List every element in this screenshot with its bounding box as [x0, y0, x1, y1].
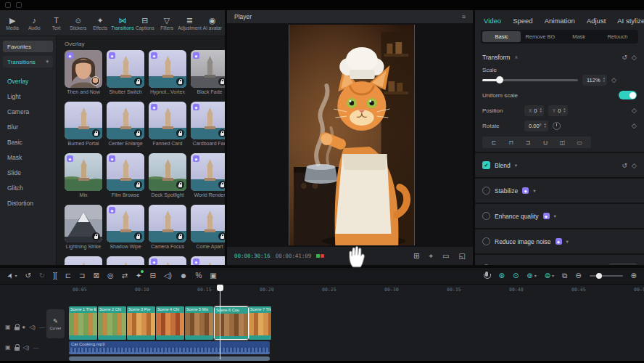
- uniform-scale-toggle[interactable]: [619, 91, 637, 99]
- transition-item-burned-portal[interactable]: Burned Portal: [65, 102, 102, 147]
- zoom-in-button[interactable]: ⊕: [631, 272, 637, 280]
- toolbar-item-stickers[interactable]: ☺Stickers: [67, 16, 89, 30]
- transition-item-mix[interactable]: ◆Mix: [65, 153, 102, 199]
- lock-icon[interactable]: [15, 344, 20, 351]
- record-voiceover-button[interactable]: [482, 272, 490, 280]
- transition-item-deck-spotlight[interactable]: Deck Spotlight: [149, 153, 186, 199]
- align-icon-4[interactable]: ⊔: [538, 139, 553, 146]
- window-icon-2[interactable]: [16, 2, 22, 8]
- align-icon-5[interactable]: ◫: [556, 139, 570, 146]
- transitions-category-button[interactable]: Transitions ▾: [3, 56, 53, 68]
- rotate-value-box[interactable]: 0.00° ▴▾: [524, 121, 548, 131]
- toolbar-item-adjustment[interactable]: ≣Adjustment: [178, 16, 202, 30]
- timeline-ruler[interactable]: 00:0500:1000:1500:2000:2500:3000:3500:40…: [0, 285, 644, 295]
- keyframe-icon[interactable]: ◇: [632, 162, 637, 169]
- focus-icon[interactable]: ⌖: [429, 253, 433, 260]
- video-clip-5[interactable]: Scene 5 Mix: [185, 306, 214, 340]
- player-menu-icon[interactable]: ≡: [462, 13, 466, 20]
- subtab-mask[interactable]: Mask: [560, 31, 598, 42]
- subtab-remove-bg[interactable]: Remove BG: [521, 31, 559, 42]
- sidebar-item-light[interactable]: Light: [3, 89, 53, 104]
- unchecked-checkbox[interactable]: [482, 212, 490, 220]
- transition-item[interactable]: ◆: [149, 256, 186, 265]
- captions-tool-button[interactable]: ⊟: [149, 272, 155, 280]
- transition-item-hypnot-vortex[interactable]: ◆Hypnot...Vortex: [149, 50, 186, 96]
- sidebar-item-overlay[interactable]: Overlay: [3, 73, 53, 89]
- audio-tool-button[interactable]: ◁): [164, 272, 172, 280]
- tab-ai-stylize[interactable]: AI stylize: [617, 17, 644, 25]
- ripple-toggle-button[interactable]: ⊜▾: [545, 272, 554, 280]
- row-optical-flow[interactable]: Optical flow◆▾Reset: [475, 258, 644, 265]
- sidebar-item-mask[interactable]: Mask: [3, 150, 53, 165]
- toolbar-item-filters[interactable]: ▽Filters: [156, 16, 178, 30]
- sidebar-item-camera[interactable]: Camera: [3, 104, 53, 119]
- row-blend[interactable]: ✔Blend▾↺◇: [475, 157, 644, 174]
- transition-item-fanned-card[interactable]: ◆Fanned Card: [149, 102, 186, 147]
- rotate-stepper-icon[interactable]: ▴▾: [545, 123, 546, 129]
- position-y-stepper-icon[interactable]: ▴▾: [564, 107, 565, 113]
- zoom-out-button[interactable]: ⊖: [575, 272, 581, 280]
- reset-button[interactable]: Reset: [609, 263, 637, 265]
- transition-item-shadow-wipe[interactable]: ◆Shadow Wipe: [107, 205, 144, 250]
- transition-item-lightning-strike[interactable]: Lightning Strike: [65, 205, 102, 250]
- position-keyframe-icon[interactable]: ◇: [632, 107, 637, 114]
- lock-icon[interactable]: [15, 324, 19, 330]
- unchecked-checkbox[interactable]: [482, 264, 490, 265]
- sidebar-item-basic[interactable]: Basic: [3, 134, 53, 150]
- scale-slider-thumb[interactable]: [496, 76, 503, 83]
- player-viewport[interactable]: [227, 23, 473, 247]
- ratio-icon[interactable]: ▭: [442, 253, 449, 260]
- transition-item[interactable]: [107, 256, 144, 265]
- align-icon-2[interactable]: ⊓: [504, 139, 519, 146]
- subtab-retouch[interactable]: Retouch: [598, 31, 637, 42]
- magic-tools-button[interactable]: ✦: [136, 272, 141, 280]
- video-clip-4[interactable]: Scene 4 Chi: [156, 306, 185, 340]
- scale-value-box[interactable]: 112% ▴▾: [582, 75, 607, 86]
- video-clip-2[interactable]: Scene 2 Chi: [98, 306, 127, 340]
- mute-track-icon[interactable]: ◁): [23, 344, 30, 351]
- zoom-slider[interactable]: [590, 275, 623, 277]
- transition-item-film-browse[interactable]: ◆Film Browse: [107, 153, 144, 199]
- toolbar-item-audio[interactable]: ♪Audio: [23, 16, 45, 30]
- beat-tool-button[interactable]: %: [195, 272, 202, 280]
- sidebar-item-glitch[interactable]: Glitch: [3, 180, 53, 195]
- row-reduce-image-noise[interactable]: Reduce image noise◆▾: [475, 233, 644, 250]
- sidebar-item-slide[interactable]: Slide: [3, 165, 53, 180]
- subtab-basic[interactable]: Basic: [482, 31, 521, 42]
- toolbar-item-ai-avatar[interactable]: ◉AI avatar: [202, 16, 223, 30]
- scale-stepper-icon[interactable]: ▴▾: [603, 77, 605, 83]
- video-clip-3[interactable]: Scene 3 Pre: [127, 306, 156, 340]
- mute-track-icon[interactable]: ◁): [29, 324, 36, 330]
- scale-keyframe-icon[interactable]: ◇: [611, 76, 616, 83]
- sidebar-item-distortion[interactable]: Distortion: [3, 195, 53, 211]
- undo-button[interactable]: ↺: [25, 272, 30, 280]
- camera-tool-button[interactable]: ▣: [210, 272, 216, 280]
- preview-axis-button[interactable]: ⧉: [562, 272, 567, 280]
- playhead[interactable]: [220, 285, 220, 359]
- snap-toggle-button[interactable]: ⊛: [498, 272, 504, 280]
- toolbar-item-effects[interactable]: ✦Effects: [89, 16, 111, 30]
- favorites-button[interactable]: Favorites: [3, 41, 53, 52]
- tab-speed[interactable]: Speed: [513, 17, 532, 25]
- transition-item-come-apart[interactable]: Come Apart: [191, 205, 225, 250]
- row-enhance-quality[interactable]: Enhance quality◆▾: [475, 208, 644, 224]
- scale-slider[interactable]: [482, 79, 578, 81]
- hide-track-icon[interactable]: ●: [22, 324, 25, 330]
- timeline[interactable]: 00:0500:1000:1500:2000:2500:3000:3500:40…: [0, 285, 644, 361]
- unchecked-checkbox[interactable]: [482, 187, 490, 195]
- transition-item[interactable]: ◆: [191, 256, 225, 265]
- keyframe-toggle-button[interactable]: ⊚▾: [527, 272, 536, 280]
- track-toggle-icon[interactable]: ▣: [5, 324, 11, 330]
- transition-item-world-render[interactable]: ◆World Render: [191, 153, 225, 199]
- transform-keyframe-icon[interactable]: ◇: [632, 54, 637, 61]
- position-x-box[interactable]: X 0 ▴▾: [524, 105, 544, 116]
- transition-item-black-fade[interactable]: ◆Black Fade: [191, 50, 225, 96]
- window-icon-1[interactable]: [5, 2, 11, 8]
- transition-item-then-and-now[interactable]: ◆Then and Now: [65, 50, 102, 96]
- audio-clip[interactable]: Cat Cooking.mp3: [69, 341, 270, 354]
- toolbar-item-media[interactable]: ▶Media: [1, 16, 23, 30]
- toolbar-item-captions[interactable]: ⊟Captions: [134, 16, 156, 30]
- freeze-frame-button[interactable]: ◎: [107, 272, 114, 280]
- rotate-dial-icon[interactable]: [553, 122, 561, 130]
- align-icon-1[interactable]: ⊏: [487, 139, 501, 146]
